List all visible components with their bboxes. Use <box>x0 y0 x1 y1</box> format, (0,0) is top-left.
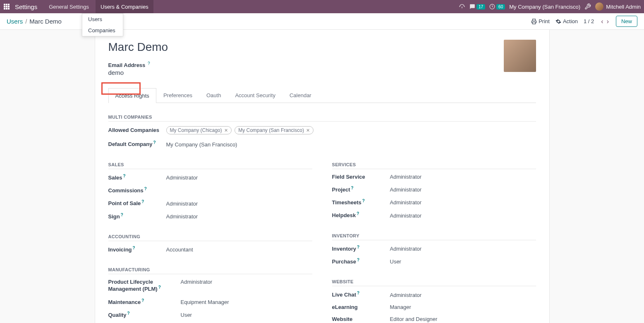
field-value[interactable]: Editor and Designer <box>390 316 438 322</box>
nav-general-settings[interactable]: General Settings <box>44 0 94 13</box>
help-icon[interactable]: ? <box>357 245 359 249</box>
field-label: Project? <box>332 186 390 193</box>
field-row: Point of Sale?Administrator <box>108 196 312 209</box>
help-icon[interactable]: ? <box>121 213 123 217</box>
help-icon[interactable]: ? <box>141 199 144 204</box>
field-value[interactable]: Administrator <box>181 279 213 285</box>
field-label: Inventory? <box>332 245 390 252</box>
new-button[interactable]: New <box>616 16 637 27</box>
apps-icon[interactable] <box>3 3 10 10</box>
help-icon[interactable]: ? <box>153 140 156 145</box>
messages-badge: 17 <box>476 4 485 10</box>
field-value[interactable]: User <box>181 312 192 318</box>
help-icon[interactable]: ? <box>351 186 354 190</box>
field-row: Maintenance?Equipment Manager <box>108 295 312 308</box>
field-label: Sales? <box>108 174 166 181</box>
field-value[interactable]: User <box>390 258 401 265</box>
default-company-field[interactable]: My Company (San Francisco) <box>166 141 237 148</box>
help-icon[interactable]: ? <box>357 258 359 262</box>
help-icon[interactable]: ? <box>133 246 135 250</box>
allowed-companies-field[interactable]: My Company (Chicago)✕ My Company (San Fr… <box>166 126 315 134</box>
company-selector[interactable]: My Company (San Francisco) <box>509 4 580 10</box>
tab-preferences[interactable]: Preferences <box>156 88 199 103</box>
dropdown-item-companies[interactable]: Companies <box>82 25 123 36</box>
tab-oauth[interactable]: Oauth <box>199 88 228 103</box>
activities-icon[interactable]: 60 <box>489 4 505 10</box>
users-companies-dropdown: Users Companies <box>82 13 123 36</box>
field-label: Point of Sale? <box>108 199 166 206</box>
close-icon[interactable]: ✕ <box>306 128 310 133</box>
field-row: Live Chat?Administrator <box>332 288 536 301</box>
company-tag[interactable]: My Company (Chicago)✕ <box>166 126 232 134</box>
close-icon[interactable]: ✕ <box>224 128 228 133</box>
field-row: Invoicing?Accountant <box>108 243 312 256</box>
tab-account-security[interactable]: Account Security <box>228 88 282 103</box>
field-row: Sign?Administrator <box>108 210 312 223</box>
field-value[interactable]: Accountant <box>166 246 193 253</box>
pager-prev[interactable]: ‹ <box>600 18 604 25</box>
field-value[interactable]: Administrator <box>390 246 422 252</box>
field-row: Manufacturing?Administrator <box>108 321 312 323</box>
avatar-icon <box>595 2 603 11</box>
field-value[interactable]: Administrator <box>390 292 422 298</box>
field-value[interactable]: Administrator <box>390 174 422 180</box>
field-value[interactable]: Manager <box>390 304 411 310</box>
section-manufacturing: MANUFACTURING <box>108 267 312 274</box>
field-row: Helpdesk?Administrator <box>332 208 536 221</box>
field-label: eLearning <box>332 304 390 310</box>
help-icon[interactable]: ? <box>123 174 125 178</box>
section-multi-companies: MULTI COMPANIES <box>108 115 536 122</box>
help-icon[interactable]: ? <box>148 61 150 66</box>
field-label: Field Service <box>332 174 390 180</box>
field-row: Project?Administrator <box>332 183 536 196</box>
field-row: Commissions? <box>108 184 312 196</box>
breadcrumb-users[interactable]: Users <box>7 18 23 25</box>
voip-icon[interactable] <box>459 3 465 10</box>
tab-calendar[interactable]: Calendar <box>282 88 318 103</box>
help-icon[interactable]: ? <box>362 199 365 203</box>
company-tag[interactable]: My Company (San Francisco)✕ <box>235 126 314 134</box>
default-company-label: Default Company? <box>108 140 166 147</box>
field-row: WebsiteEditor and Designer <box>332 313 536 323</box>
field-value[interactable]: Administrator <box>390 187 422 193</box>
field-value[interactable]: Administrator <box>166 175 198 181</box>
help-icon[interactable]: ? <box>357 291 359 295</box>
help-icon[interactable]: ? <box>357 211 359 216</box>
messages-icon[interactable]: 17 <box>469 4 485 10</box>
user-menu[interactable]: Mitchell Admin <box>595 2 641 11</box>
action-button[interactable]: Action <box>555 18 578 24</box>
top-navbar: Settings General Settings Users & Compan… <box>0 0 644 13</box>
tab-access-rights[interactable]: Access Rights <box>108 88 156 103</box>
nav-users-companies[interactable]: Users & Companies <box>96 0 153 13</box>
field-value[interactable]: Administrator <box>390 213 422 219</box>
field-value[interactable]: Administrator <box>166 213 198 220</box>
field-label: Website <box>332 316 390 322</box>
field-value[interactable]: Equipment Manager <box>181 299 229 305</box>
field-label: Invoicing? <box>108 246 166 253</box>
field-label: Purchase? <box>332 258 390 265</box>
help-icon[interactable]: ? <box>127 311 130 316</box>
pager-next[interactable]: › <box>606 18 610 25</box>
app-title: Settings <box>15 3 37 10</box>
help-icon[interactable]: ? <box>144 187 147 191</box>
field-row: Quality?User <box>108 308 312 321</box>
print-button[interactable]: Print <box>531 18 550 24</box>
user-name-field[interactable]: Marc Demo <box>108 41 504 54</box>
dropdown-item-users[interactable]: Users <box>82 14 123 25</box>
debug-icon[interactable] <box>584 3 591 10</box>
help-icon[interactable]: ? <box>141 298 144 303</box>
field-value[interactable]: Administrator <box>166 201 198 207</box>
pager[interactable]: 1 / 2 <box>584 18 594 24</box>
user-name-label: Mitchell Admin <box>606 4 641 10</box>
email-field[interactable]: demo <box>108 69 504 76</box>
activities-badge: 60 <box>496 4 505 10</box>
section-services: SERVICES <box>332 162 536 169</box>
section-inventory: INVENTORY <box>332 233 536 240</box>
field-value[interactable]: Administrator <box>390 199 422 206</box>
tabs: Access Rights Preferences Oauth Account … <box>108 88 536 103</box>
help-icon[interactable]: ? <box>158 285 161 290</box>
user-avatar[interactable] <box>504 40 536 72</box>
print-icon <box>531 19 537 24</box>
field-row: Product Lifecycle Management (PLM)?Admin… <box>108 276 312 295</box>
allowed-companies-label: Allowed Companies <box>108 127 166 133</box>
